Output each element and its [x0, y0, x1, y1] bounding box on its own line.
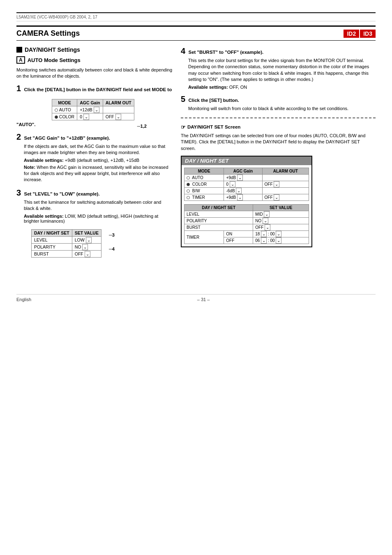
col-alarmout: ALARM OUT — [103, 99, 134, 106]
step-4-num: 4 — [181, 46, 185, 55]
dn2-off-val: 06 ⌄ : 00 ⌄ — [253, 237, 309, 244]
step-2: 2 Set "AGC Gain" to "+12dB" (example). I… — [16, 132, 173, 183]
daynight-inner: MODE AGC Gain ALARM OUT AUTO +9dB ⌄ — [182, 165, 311, 246]
dn2-on-sel1[interactable]: ⌄ — [261, 231, 267, 237]
box-a-label: A — [16, 56, 25, 64]
step-1: 1 Click the [DETAIL] button in the DAY/N… — [16, 84, 173, 127]
table-row: AUTO +12dB ⌄ — [52, 106, 134, 113]
black-square-icon — [16, 47, 22, 53]
step-3-avail: Available settings: LOW, MID (default se… — [24, 214, 173, 223]
table-row: LEVEL MID ⌄ — [184, 211, 309, 218]
table-row: POLARITY NO ⌄ — [32, 243, 101, 250]
dn-alarm-sel-2[interactable]: ⌄ — [274, 194, 279, 200]
dn2-burst: BURST — [184, 224, 253, 231]
daynight-table-2: DAY / NIGHT SET SET VALUE LEVEL MID ⌄ — [184, 204, 309, 244]
step-3-title: Set "LEVEL" to "LOW" (example). — [24, 191, 99, 196]
dn2-burst-sel[interactable]: ⌄ — [265, 224, 270, 230]
dn-alarm-sel-1[interactable]: ⌄ — [274, 181, 279, 187]
ui-table-1-wrapper: MODE AGC Gain ALARM OUT AUTO — [44, 96, 134, 124]
dn2-off-sel1[interactable]: ⌄ — [261, 237, 267, 244]
dn-alarm-off-1: OFF ⌄ — [262, 181, 309, 188]
dn2-polarity: POLARITY — [184, 218, 253, 224]
burst-select[interactable]: ⌄ — [85, 251, 90, 257]
dn2-no: NO ⌄ — [253, 218, 309, 224]
ui-table-2: DAY / NIGHT SET SET VALUE LEVEL LOW ⌄ — [31, 229, 101, 258]
step-5-num: 5 — [181, 94, 185, 104]
dn2-level-sel[interactable]: ⌄ — [264, 211, 270, 217]
radio-open-icon — [55, 108, 58, 112]
daynight-screen: DAY / NIGHT SET MODE AGC Gain ALARM OUT — [181, 156, 312, 247]
cell-level: LEVEL — [32, 236, 72, 243]
daynight-table-1: MODE AGC Gain ALARM OUT AUTO +9dB ⌄ — [184, 168, 309, 201]
auto-body-text: Monitoring switches automatically betwee… — [16, 67, 173, 80]
two-column-layout: DAY/NIGHT Settings A AUTO Mode Settings … — [16, 46, 376, 269]
dn-agc-sel-3[interactable]: ⌄ — [236, 188, 242, 194]
avail-label-2: Available settings: — [24, 158, 64, 163]
table-row: B/W -6dB ⌄ — [184, 188, 309, 194]
subsection-header-auto: A AUTO Mode Settings — [16, 56, 173, 64]
dn2-on: ON — [224, 231, 253, 237]
avail-value-2: +9dB (default setting), +12dB, +15dB — [65, 158, 139, 163]
cell-alarm-empty — [103, 106, 134, 113]
header-bar: L5AM2/XE (VCC-WB4000P) GB 2004, 2, 17 — [16, 12, 376, 21]
dn2-off-sel2[interactable]: ⌄ — [276, 237, 281, 244]
table-row: AUTO +9dB ⌄ — [184, 175, 309, 181]
footer-center: – 31 – — [197, 297, 210, 302]
alarm-select[interactable]: ⌄ — [115, 114, 121, 120]
step-5-title: Click the [SET] button. — [188, 98, 239, 103]
cell-agc-0: 0 ⌄ — [77, 113, 103, 120]
step-4-title: Set "BURST" to "OFF" (example). — [188, 50, 263, 55]
dn-auto: AUTO — [184, 175, 224, 181]
step-3: 3 Set "LEVEL" to "LOW" (example). This s… — [16, 188, 173, 265]
table-row: BURST OFF ⌄ — [32, 250, 101, 257]
cell-low: LOW ⌄ — [72, 236, 101, 243]
cell-agc-12: +12dB ⌄ — [77, 106, 103, 113]
level-select[interactable]: ⌄ — [86, 237, 92, 243]
dn-col-alarm: ALARM OUT — [262, 168, 309, 175]
step-2-note: Note: When the AGC gain is increased, se… — [24, 164, 173, 183]
dn2-level: LEVEL — [184, 211, 253, 218]
dn-agc-sel-1[interactable]: ⌄ — [237, 175, 243, 181]
step-4: 4 Set "BURST" to "OFF" (example). This s… — [181, 46, 376, 90]
radio-filled-icon — [55, 115, 58, 119]
dn-col-mode: MODE — [184, 168, 224, 175]
id-badges: ID2 ID3 — [344, 30, 376, 38]
title-bar: CAMERA Settings ID2 ID3 — [16, 25, 376, 41]
col-mode: MODE — [52, 99, 77, 106]
dashed-separator — [181, 117, 376, 118]
page-title: CAMERA Settings — [16, 29, 80, 38]
step-3-num: 3 — [16, 188, 21, 197]
footer-left: English — [16, 297, 31, 302]
section-header-daynight: DAY/NIGHT Settings — [16, 46, 173, 53]
ui-table-2-wrapper: DAY / NIGHT SET SET VALUE LEVEL LOW ⌄ — [24, 226, 101, 261]
cell-color: COLOR — [52, 113, 77, 120]
step-marker-4: ─4 — [109, 246, 115, 251]
cell-off: OFF ⌄ — [72, 250, 101, 257]
agc-select[interactable]: ⌄ — [94, 107, 99, 113]
dn-timer: TIMER — [184, 194, 224, 201]
header-text: L5AM2/XE (VCC-WB4000P) GB 2004, 2, 17 — [16, 15, 97, 19]
avail-label-3: Available settings: — [24, 214, 64, 219]
dn2-on-sel2[interactable]: ⌄ — [276, 231, 281, 237]
dn-alarm-empty-2 — [262, 188, 309, 194]
polarity-select[interactable]: ⌄ — [82, 244, 88, 250]
dn2-pol-sel[interactable]: ⌄ — [263, 218, 268, 224]
subsection-label-auto: AUTO Mode Settings — [28, 57, 81, 63]
step-2-title: Set "AGC Gain" to "+12dB" (example). — [24, 136, 110, 140]
cell-polarity: POLARITY — [32, 243, 72, 250]
agc-select-2[interactable]: ⌄ — [83, 114, 89, 120]
dn-agc-sel-2[interactable]: ⌄ — [230, 181, 235, 187]
radio-dn-auto — [187, 176, 190, 180]
avail-label-4: Available settings: — [188, 85, 228, 90]
ref-note: ☞ DAY/NIGHT SET Screen — [181, 124, 376, 130]
table-row: COLOR 0 ⌄ OFF ⌄ — [52, 113, 134, 120]
dn2-col-daynight: DAY / NIGHT SET — [184, 205, 253, 211]
dn-col-agc: AGC Gain — [224, 168, 262, 175]
dn-agc-sel-4[interactable]: ⌄ — [237, 194, 243, 200]
dn-alarm-off-2: OFF ⌄ — [262, 194, 309, 201]
step-2-num: 2 — [16, 132, 21, 141]
dn2-timer-label: TIMER — [184, 231, 224, 244]
id-badge-3: ID3 — [360, 30, 376, 38]
col-agcgain: AGC Gain — [77, 99, 103, 106]
ref-label: DAY/NIGHT SET Screen — [187, 124, 240, 129]
